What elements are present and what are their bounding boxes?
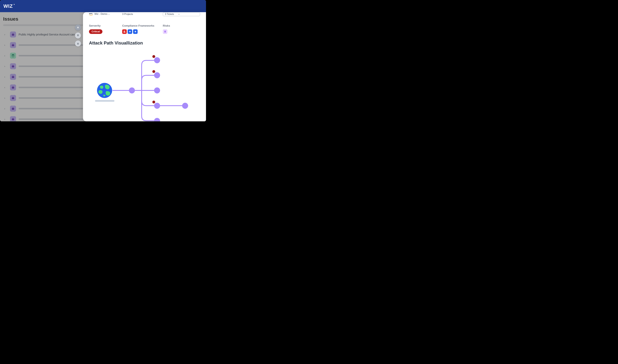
- severity-block: Serverity Critical: [89, 24, 122, 34]
- panel-controls: [75, 25, 81, 47]
- app-window: WIZ ✦ Issues ›: [0, 0, 206, 121]
- svg-rect-45: [165, 31, 166, 32]
- visualization-title: Attack Path Visuallization: [89, 40, 200, 46]
- projects-count: 3 Projects: [122, 12, 163, 16]
- close-button[interactable]: [75, 25, 81, 30]
- severity-label: Serverity: [89, 24, 122, 27]
- main-content: Issues › Public Highly privileged: [0, 12, 206, 121]
- risk-icon[interactable]: [163, 29, 167, 34]
- cloud-info: aws Wiz - Demo-...: [89, 12, 122, 16]
- graph-node[interactable]: [154, 103, 160, 109]
- globe-icon: [97, 83, 113, 98]
- severity-badge: Critical: [89, 29, 103, 34]
- compliance-framework-icon[interactable]: &: [122, 29, 127, 34]
- alert-indicator-icon: [152, 70, 155, 73]
- previous-button[interactable]: [75, 32, 81, 39]
- risks-block: Risks: [163, 24, 200, 34]
- alert-indicator-icon: [152, 55, 155, 58]
- tickets-info: 3 Tickets: [163, 12, 200, 16]
- alert-indicator-icon: [152, 101, 155, 104]
- compliance-framework-icon[interactable]: ✦: [128, 29, 132, 34]
- app-header: WIZ ✦: [0, 0, 206, 12]
- compliance-label: Compliance Frameworks: [122, 24, 163, 27]
- graph-node[interactable]: [154, 57, 160, 63]
- attack-path-visualization[interactable]: [89, 51, 200, 121]
- tickets-label: 3 Tickets: [165, 13, 174, 15]
- projects-info: 3 Projects: [122, 12, 163, 16]
- sparkle-icon: ✦: [13, 3, 15, 6]
- next-button[interactable]: [75, 40, 81, 47]
- svg-rect-47: [165, 32, 166, 32]
- graph-node[interactable]: [182, 103, 188, 109]
- graph-node[interactable]: [129, 87, 135, 93]
- cloud-platform-name: Wiz - Demo-...: [94, 13, 110, 15]
- compliance-block: Compliance Frameworks & ✦ ✦: [122, 24, 163, 34]
- chevron-down-icon: [178, 13, 180, 15]
- graph-node[interactable]: [154, 72, 160, 78]
- issue-detail-panel: aws Wiz - Demo-... 3 Projects 3: [83, 12, 206, 121]
- tickets-dropdown[interactable]: 3 Tickets: [163, 12, 200, 16]
- panel-meta: Serverity Critical Compliance Frameworks…: [89, 24, 200, 34]
- wiz-logo: WIZ ✦: [3, 3, 15, 9]
- graph-node[interactable]: [154, 87, 160, 93]
- logo-text: WIZ: [3, 3, 13, 9]
- compliance-icons: & ✦ ✦: [122, 29, 163, 34]
- aws-icon: aws: [89, 12, 93, 16]
- risks-label: Risks: [163, 24, 200, 27]
- panel-top-info: aws Wiz - Demo-... 3 Projects 3: [89, 12, 200, 16]
- svg-point-46: [165, 31, 165, 31]
- globe-label-placeholder: [95, 100, 115, 102]
- compliance-framework-icon[interactable]: ✦: [133, 29, 138, 34]
